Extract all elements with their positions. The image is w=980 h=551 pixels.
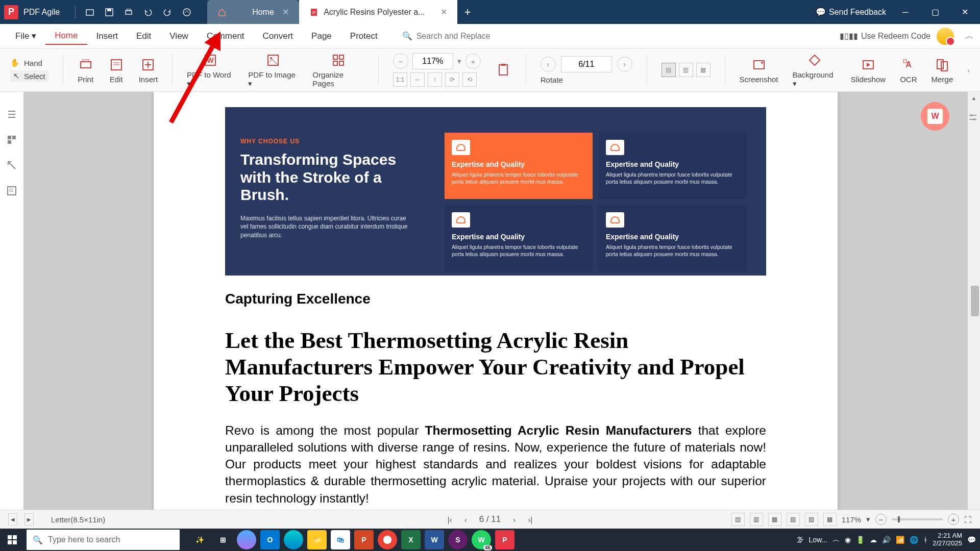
menu-insert[interactable]: Insert	[87, 28, 128, 44]
weather-icon[interactable]: 🌫	[797, 536, 804, 544]
single-page-view[interactable]: ▤	[662, 63, 676, 77]
ribbon-more-icon[interactable]: ›	[967, 66, 970, 74]
redeem-code-button[interactable]: ▮▯▮▮ Use Redeem Code	[840, 31, 930, 41]
task-view-icon[interactable]: ⊞	[213, 530, 233, 549]
search-input[interactable]	[416, 32, 519, 41]
collapse-ribbon-icon[interactable]: ︿	[965, 30, 974, 42]
menu-file[interactable]: File ▾	[6, 28, 45, 44]
app-word[interactable]: W	[425, 530, 444, 549]
view-mode-4[interactable]: ▧	[787, 513, 800, 526]
prev-page-icon[interactable]: ‹	[464, 515, 467, 524]
menu-view[interactable]: View	[160, 28, 198, 44]
menu-comment[interactable]: Comment	[198, 28, 254, 44]
document-viewport[interactable]: WHY CHOOSE US Transforming Spaces with t…	[23, 92, 968, 532]
close-window-button[interactable]: ✕	[954, 2, 975, 22]
fit-one-to-one[interactable]: 1:1	[393, 72, 407, 87]
battery-icon[interactable]: 🔋	[856, 536, 865, 544]
user-avatar[interactable]	[937, 28, 954, 45]
merge-button[interactable]: Merge	[931, 57, 953, 84]
home-quick-icon[interactable]	[182, 7, 192, 17]
start-button[interactable]	[0, 529, 24, 551]
zoom-out-status[interactable]: −	[875, 514, 887, 525]
view-mode-3[interactable]: ▦	[768, 513, 781, 526]
prev-doc-icon[interactable]: ◂	[8, 513, 17, 525]
page-input[interactable]	[561, 56, 612, 72]
onedrive-icon[interactable]: ☁	[870, 536, 877, 544]
zoom-in-status[interactable]: +	[948, 514, 959, 525]
zoom-dropdown-icon[interactable]: ▾	[457, 57, 461, 66]
menu-home[interactable]: Home	[45, 28, 87, 45]
fit-page[interactable]: ⟳	[445, 72, 459, 87]
app-powerpoint[interactable]: P	[354, 530, 374, 549]
next-doc-icon[interactable]: ▸	[24, 513, 34, 525]
slideshow-button[interactable]: Slideshow	[851, 57, 886, 84]
scroll-up-icon[interactable]: ▴	[970, 94, 978, 102]
edit-button[interactable]: Edit	[108, 57, 125, 84]
fit-height[interactable]: ↕	[428, 72, 442, 87]
insert-button[interactable]: Insert	[139, 57, 158, 84]
undo-icon[interactable]	[143, 7, 153, 17]
print-button[interactable]: Print	[78, 57, 94, 84]
network-icon[interactable]: 📶	[896, 536, 904, 544]
language-icon[interactable]: 🌐	[910, 536, 918, 544]
thumbnails-panel-icon[interactable]	[5, 133, 19, 147]
clipboard-icon-button[interactable]	[495, 62, 511, 78]
menu-convert[interactable]: Convert	[254, 28, 303, 44]
close-icon[interactable]: ✕	[440, 7, 447, 17]
app-edge[interactable]	[284, 530, 303, 549]
next-page-button[interactable]: ›	[617, 57, 632, 72]
close-icon[interactable]: ✕	[282, 7, 289, 17]
annotation-panel-icon[interactable]	[5, 158, 19, 172]
settings-slider-icon[interactable]	[968, 112, 978, 122]
app-slack[interactable]: S	[448, 530, 468, 549]
chrome-tray-icon[interactable]: ◉	[845, 536, 851, 544]
fit-visible[interactable]: ⟲	[462, 72, 477, 87]
app-copilot[interactable]	[237, 530, 256, 549]
zoom-input[interactable]	[412, 53, 453, 69]
tray-chevron-icon[interactable]: ︿	[832, 535, 840, 544]
organize-pages-button[interactable]: Organize Pages	[312, 52, 364, 88]
zoom-dropdown-icon[interactable]: ▾	[866, 515, 870, 524]
two-page-view[interactable]: ▥	[679, 63, 693, 77]
screenshot-button[interactable]: Screenshot	[740, 57, 778, 84]
background-button[interactable]: Background ▾	[793, 52, 837, 88]
menu-protect[interactable]: Protect	[341, 28, 387, 44]
fullscreen-icon[interactable]: ⛶	[964, 515, 972, 524]
hand-tool[interactable]: ✋Hand	[10, 58, 42, 67]
status-zoom-label[interactable]: 117%	[842, 515, 861, 524]
send-feedback-button[interactable]: 💬 Send Feedback	[816, 7, 886, 17]
tab-home[interactable]: Home ✕	[207, 0, 299, 24]
prev-page-button[interactable]: ‹	[541, 57, 556, 72]
ocr-button[interactable]: AOCR	[900, 57, 917, 84]
minimize-button[interactable]: ─	[895, 2, 916, 22]
view-mode-1[interactable]: ▤	[731, 513, 745, 526]
last-page-icon[interactable]: ›|	[528, 515, 532, 524]
pdf-to-word-button[interactable]: WPDF to Word ▾	[187, 52, 234, 88]
scroll-thumb[interactable]	[971, 286, 979, 316]
search-panel-icon[interactable]	[5, 184, 19, 198]
view-mode-5[interactable]: ▨	[805, 513, 818, 526]
zoom-slider[interactable]	[892, 518, 943, 520]
select-tool[interactable]: ↖Select	[10, 70, 48, 82]
taskbar-clock[interactable]: 2:21 AM 2/27/2025	[933, 532, 962, 547]
outline-panel-icon[interactable]	[5, 107, 19, 121]
zoom-in-button[interactable]: +	[465, 54, 481, 69]
app-whatsapp[interactable]: W46	[472, 530, 491, 549]
menu-edit[interactable]: Edit	[127, 28, 160, 44]
volume-icon[interactable]: 🔊	[882, 536, 891, 544]
vertical-scrollbar[interactable]: ▴ ▾	[968, 92, 980, 532]
print-icon[interactable]	[124, 7, 134, 17]
new-tab-button[interactable]: +	[457, 0, 478, 24]
search-replace[interactable]: 🔍	[402, 31, 519, 41]
menu-page[interactable]: Page	[302, 28, 341, 44]
first-page-icon[interactable]: |‹	[448, 515, 452, 524]
convert-to-word-floating-button[interactable]: W	[921, 102, 949, 131]
notifications-icon[interactable]: 💬	[967, 536, 976, 544]
app-chrome[interactable]	[378, 530, 397, 549]
tab-document[interactable]: P Acrylic Resins Polyester a... ✕	[299, 0, 457, 24]
copilot-icon[interactable]: ✨	[190, 530, 209, 549]
fit-width[interactable]: ↔	[410, 72, 425, 87]
view-mode-2[interactable]: ▥	[750, 513, 763, 526]
app-pdf-agile[interactable]: P	[495, 530, 514, 549]
app-excel[interactable]: X	[401, 530, 421, 549]
